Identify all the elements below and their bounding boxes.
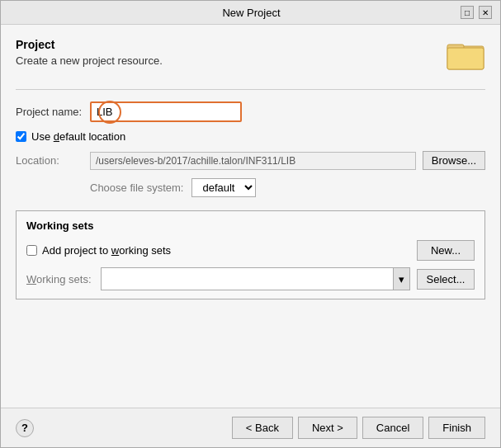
- location-input[interactable]: [90, 152, 416, 170]
- minimize-button[interactable]: □: [461, 6, 474, 19]
- filesystem-row: Choose file system: default: [16, 178, 485, 197]
- working-sets-label: Working sets:: [26, 273, 101, 285]
- section-description: Create a new project resource.: [16, 54, 163, 67]
- working-sets-title: Working sets: [26, 219, 475, 232]
- new-project-dialog: New Project □ ✕ Project Create a new pro…: [0, 0, 501, 448]
- add-to-working-sets-row: Add project to working sets New...: [26, 240, 475, 261]
- help-button[interactable]: ?: [16, 419, 34, 437]
- back-button[interactable]: < Back: [232, 417, 293, 439]
- browse-button[interactable]: Browse...: [423, 151, 485, 170]
- header-section: Project Create a new project resource.: [16, 38, 485, 71]
- project-name-label: Project name:: [16, 106, 90, 118]
- working-sets-input-group: ▾: [101, 267, 410, 290]
- working-sets-section: Working sets Add project to working sets…: [16, 210, 485, 299]
- next-button[interactable]: Next >: [298, 417, 357, 439]
- working-sets-dropdown-button[interactable]: ▾: [393, 268, 409, 290]
- window-controls: □ ✕: [461, 6, 492, 19]
- separator: [16, 89, 485, 90]
- title-bar: New Project □ ✕: [1, 1, 500, 25]
- filesystem-label: Choose file system:: [90, 182, 183, 194]
- window-title: New Project: [42, 7, 461, 19]
- cancel-button[interactable]: Cancel: [362, 417, 423, 439]
- project-name-row: Project name:: [16, 101, 485, 122]
- section-title: Project: [16, 38, 163, 51]
- use-default-location-checkbox[interactable]: [16, 131, 26, 142]
- add-to-working-sets-checkbox[interactable]: [26, 245, 37, 256]
- location-label: Location:: [16, 154, 90, 167]
- select-working-set-button[interactable]: Select...: [417, 269, 475, 290]
- working-sets-input[interactable]: [102, 268, 393, 290]
- location-row: Location: Browse...: [16, 151, 485, 170]
- filesystem-select[interactable]: default: [191, 178, 256, 197]
- project-name-input[interactable]: [90, 101, 242, 122]
- main-content: Project Create a new project resource. P…: [1, 25, 500, 408]
- working-sets-select-row: Working sets: ▾ Select...: [26, 267, 475, 290]
- use-default-location-label: Use default location: [31, 130, 125, 143]
- finish-button[interactable]: Finish: [428, 417, 485, 439]
- use-default-location-row: Use default location: [16, 130, 485, 143]
- add-to-working-sets-label: Add project to working sets: [42, 244, 417, 257]
- svg-rect-2: [447, 48, 484, 69]
- bottom-bar: ? < Back Next > Cancel Finish: [1, 408, 500, 447]
- header-text: Project Create a new project resource.: [16, 38, 163, 67]
- folder-icon: [446, 38, 485, 71]
- close-button[interactable]: ✕: [479, 6, 492, 19]
- new-working-set-button[interactable]: New...: [417, 240, 475, 261]
